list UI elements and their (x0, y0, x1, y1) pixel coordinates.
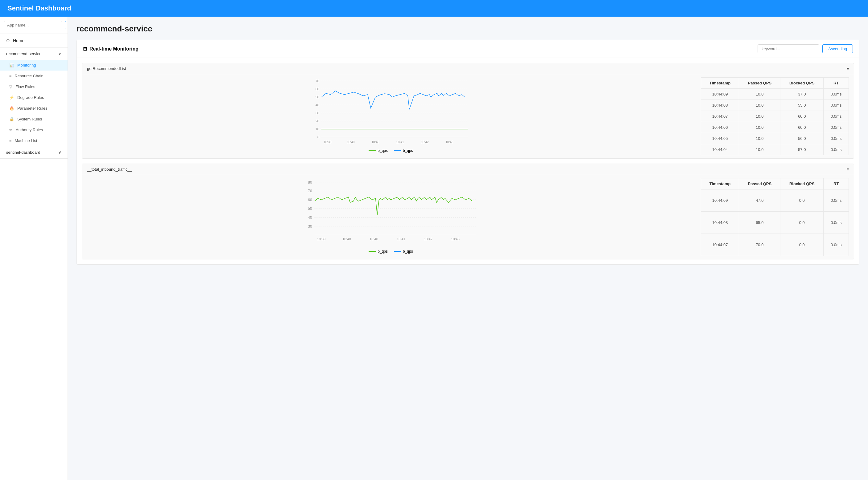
authority-rules-label: Authority Rules (16, 128, 43, 132)
svg-text:50: 50 (308, 206, 312, 211)
table-cell: 55.0 (780, 100, 824, 111)
monitoring-panel-header: ⊟ Real-time Monitoring Ascending (77, 40, 859, 58)
sidebar-item-degrade-rules[interactable]: ⚡ Degrade Rules (0, 92, 67, 103)
monitoring-header-left: ⊟ Real-time Monitoring (83, 46, 138, 52)
monitoring-label: Monitoring (17, 63, 36, 67)
app-title: Sentinel Dashboard (7, 4, 71, 12)
svg-text:30: 30 (308, 224, 312, 229)
table-cell: 56.0 (780, 133, 824, 144)
col-rt-1: RT (824, 78, 849, 89)
p-qps-label: p_qps (377, 148, 388, 153)
table-cell: 10.0 (739, 122, 780, 133)
chart-menu-icon[interactable]: ≡ (846, 66, 849, 71)
sidebar-section-sentinel: sentinel-dashboard ∨ (0, 146, 67, 159)
table-row: 10:44:0610.060.00.0ms (701, 122, 849, 133)
table-cell: 60.0 (780, 111, 824, 122)
monitoring-title: Real-time Monitoring (89, 46, 138, 52)
chart-section-2: __total_inbound_traffic__ ≡ 80 70 60 50 … (82, 164, 854, 260)
svg-text:30: 30 (315, 111, 319, 115)
monitoring-controls: Ascending (757, 44, 853, 53)
col-timestamp-2: Timestamp (701, 178, 739, 190)
svg-text:20: 20 (315, 119, 319, 123)
svg-text:10:39: 10:39 (317, 237, 326, 241)
p-qps-line (369, 150, 376, 151)
keyword-input[interactable] (757, 44, 819, 53)
table-cell: 0.0ms (824, 100, 849, 111)
svg-text:80: 80 (308, 180, 312, 184)
table-cell: 0.0 (780, 234, 824, 256)
chart-2-menu-icon[interactable]: ≡ (846, 167, 849, 172)
sidebar-section-recommend-header[interactable]: recommend-service ∨ (0, 48, 67, 60)
table-row: 10:44:0410.057.00.0ms (701, 144, 849, 155)
table-cell: 10:44:08 (701, 212, 739, 234)
sentinel-chevron-icon: ∨ (58, 150, 61, 155)
system-rules-label: System Rules (17, 117, 42, 122)
table-cell: 10.0 (739, 100, 780, 111)
chart-2-table: Timestamp Passed QPS Blocked QPS RT 10:4… (701, 178, 849, 256)
svg-text:70: 70 (315, 79, 319, 83)
table-row: 10:44:0710.060.00.0ms (701, 111, 849, 122)
machine-list-label: Machine List (15, 138, 37, 143)
chart-section-1: getRecommendedList ≡ 70 60 50 40 30 20 (82, 63, 854, 159)
flow-rules-icon: ▽ (9, 84, 12, 89)
svg-text:10:40: 10:40 (342, 237, 351, 241)
table-cell: 10.0 (739, 111, 780, 122)
sidebar-item-authority-rules[interactable]: ✏ Authority Rules (0, 125, 67, 135)
legend-b-qps: b_qps (394, 148, 413, 153)
chart-1-legend: p_qps b_qps (87, 146, 695, 155)
home-icon: ⊙ (6, 38, 10, 43)
main-content: recommend-service ⊟ Real-time Monitoring… (68, 16, 868, 480)
ascending-button[interactable]: Ascending (823, 44, 853, 53)
svg-text:10:40: 10:40 (347, 140, 354, 144)
table-cell: 47.0 (739, 190, 780, 212)
system-rules-icon: 🔒 (9, 117, 14, 122)
chart-1-svg: 70 60 50 40 30 20 10 0 (87, 77, 695, 145)
sidebar-item-system-rules[interactable]: 🔒 System Rules (0, 114, 67, 125)
table-cell: 0.0ms (824, 144, 849, 155)
svg-text:10:40: 10:40 (370, 237, 378, 241)
sidebar-item-parameter-rules[interactable]: 🔥 Parameter Rules (0, 103, 67, 114)
svg-text:10:43: 10:43 (451, 237, 460, 241)
table-row: 10:44:0865.00.00.0ms (701, 212, 849, 234)
machine-list-icon: ≡ (9, 138, 12, 143)
table-cell: 10.0 (739, 89, 780, 100)
sidebar-section-sentinel-header[interactable]: sentinel-dashboard ∨ (0, 146, 67, 158)
col-passed-2: Passed QPS (739, 178, 780, 190)
search-button[interactable]: Search (65, 21, 68, 29)
sidebar-item-home[interactable]: ⊙ Home (0, 34, 67, 48)
svg-text:40: 40 (315, 103, 319, 107)
chart-1-title: getRecommendedList (87, 66, 126, 71)
svg-text:50: 50 (315, 95, 319, 99)
resource-chain-label: Resource Chain (15, 74, 43, 78)
authority-rules-icon: ✏ (9, 128, 13, 132)
chart-2-area: 80 70 60 50 40 30 (87, 178, 695, 256)
svg-text:10: 10 (315, 127, 319, 131)
sidebar-section-recommend-label: recommend-service (6, 52, 41, 56)
parameter-rules-label: Parameter Rules (17, 106, 48, 111)
flow-rules-label: Flow Rules (16, 84, 35, 89)
table-cell: 0.0ms (824, 190, 849, 212)
table-cell: 10:44:05 (701, 133, 739, 144)
app-header: Sentinel Dashboard (0, 0, 868, 16)
col-blocked-2: Blocked QPS (780, 178, 824, 190)
table-row: 10:44:0810.055.00.0ms (701, 100, 849, 111)
sidebar-item-flow-rules[interactable]: ▽ Flow Rules (0, 81, 67, 92)
monitoring-icon: 📊 (9, 63, 14, 67)
svg-text:10:40: 10:40 (371, 140, 379, 144)
table-row: 10:44:0947.00.00.0ms (701, 190, 849, 212)
table-cell: 60.0 (780, 122, 824, 133)
search-input[interactable] (4, 21, 62, 29)
table-cell: 10:44:04 (701, 144, 739, 155)
chart-section-1-header: getRecommendedList ≡ (82, 63, 854, 74)
b-qps-label-2: b_qps (403, 249, 413, 253)
monitoring-panel: ⊟ Real-time Monitoring Ascending getReco… (76, 40, 859, 265)
table-cell: 0.0ms (824, 234, 849, 256)
svg-text:10:41: 10:41 (397, 237, 405, 241)
table-cell: 65.0 (739, 212, 780, 234)
sidebar-item-monitoring[interactable]: 📊 Monitoring (0, 60, 67, 71)
parameter-rules-icon: 🔥 (9, 106, 14, 111)
sidebar-item-machine-list[interactable]: ≡ Machine List (0, 135, 67, 146)
legend-p-qps: p_qps (369, 148, 388, 153)
chart-2-svg: 80 70 60 50 40 30 (87, 178, 695, 246)
sidebar-item-resource-chain[interactable]: ≡ Resource Chain (0, 71, 67, 81)
